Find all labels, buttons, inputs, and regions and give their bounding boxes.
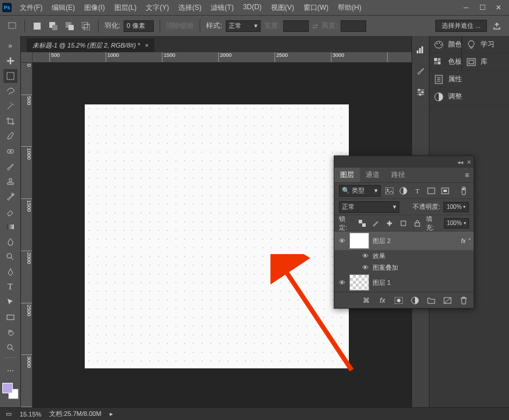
- layer-row[interactable]: 👁图层 2fx ˄: [334, 231, 474, 250]
- layer-fx-row[interactable]: 👁效果: [334, 250, 474, 262]
- new-selection-icon[interactable]: [31, 20, 44, 32]
- panel-tab[interactable]: 通道: [360, 168, 385, 182]
- move-tool[interactable]: [3, 54, 17, 68]
- doc-size[interactable]: 文档:25.7M/8.00M: [49, 410, 101, 418]
- panel-button-properties[interactable]: 属性: [429, 71, 509, 88]
- menu-item[interactable]: 帮助(H): [333, 3, 366, 13]
- new-group-icon[interactable]: [426, 295, 436, 306]
- menu-item[interactable]: 图层(L): [110, 3, 142, 13]
- menu-item[interactable]: 图像(I): [80, 3, 109, 13]
- delete-layer-icon[interactable]: [459, 295, 469, 306]
- dodge-tool[interactable]: [3, 250, 17, 264]
- filter-adjust-icon[interactable]: [398, 186, 409, 196]
- lasso-tool[interactable]: [3, 84, 17, 98]
- layer-row[interactable]: 👁图层 1: [334, 273, 474, 292]
- blur-tool[interactable]: [3, 235, 17, 249]
- menu-item[interactable]: 文字(Y): [141, 3, 174, 13]
- panel-titlebar[interactable]: ◂◂ ✕: [334, 156, 474, 168]
- layer-fx-icon[interactable]: fx: [377, 295, 388, 306]
- fx-indicator[interactable]: fx ˄: [461, 238, 470, 244]
- menu-item[interactable]: 编辑(E): [47, 3, 80, 13]
- panel-tab[interactable]: 路径: [385, 168, 411, 182]
- layer-thumbnail[interactable]: [349, 274, 369, 291]
- panel-button-adjustments[interactable]: 调整: [429, 88, 509, 106]
- brush-panel-icon[interactable]: [414, 64, 428, 78]
- zoom-tool[interactable]: [3, 341, 17, 354]
- filter-type-icon[interactable]: T: [412, 186, 423, 196]
- select-and-mask-button[interactable]: 选择并遮住 ...: [435, 20, 487, 32]
- lock-pixels-icon[interactable]: [357, 218, 367, 229]
- menu-item[interactable]: 选择(S): [174, 3, 206, 13]
- tool-preset-icon[interactable]: [6, 20, 19, 32]
- hand-tool[interactable]: [3, 325, 17, 339]
- kind-filter-select[interactable]: 🔍 类型▾: [339, 185, 381, 197]
- visibility-icon[interactable]: 👁: [361, 264, 369, 271]
- intersect-selection-icon[interactable]: [80, 20, 92, 32]
- filter-smart-icon[interactable]: [440, 186, 450, 196]
- menu-item[interactable]: 文件(F): [15, 3, 47, 13]
- link-layers-icon[interactable]: ⌘: [361, 295, 371, 306]
- lock-position-icon[interactable]: [384, 218, 395, 229]
- share-icon[interactable]: [490, 20, 503, 32]
- style-select[interactable]: 正常▾: [226, 20, 261, 32]
- tab-close-icon[interactable]: ×: [145, 42, 148, 49]
- blend-mode-select[interactable]: 正常▾: [339, 201, 399, 213]
- magic-wand-tool[interactable]: [3, 99, 17, 113]
- lock-artboard-icon[interactable]: [398, 218, 409, 229]
- panel-button-library[interactable]: 库: [462, 53, 509, 71]
- maximize-button[interactable]: ☐: [474, 2, 490, 13]
- color-swatches[interactable]: [2, 383, 19, 399]
- menu-item[interactable]: 3D(D): [239, 3, 266, 13]
- lock-brush-icon[interactable]: [371, 218, 381, 229]
- filter-toggle-icon[interactable]: [459, 186, 469, 196]
- visibility-icon[interactable]: 👁: [338, 279, 346, 286]
- visibility-icon[interactable]: 👁: [361, 252, 369, 259]
- eyedropper-tool[interactable]: [3, 129, 17, 143]
- feather-input[interactable]: [124, 20, 154, 32]
- lock-all-icon[interactable]: [412, 218, 423, 229]
- svg-rect-8: [7, 73, 14, 79]
- layer-mask-icon[interactable]: [394, 295, 404, 306]
- new-layer-icon[interactable]: [442, 295, 453, 306]
- pen-tool[interactable]: [3, 265, 17, 279]
- opacity-value[interactable]: 100%: [443, 202, 469, 212]
- new-adjustment-icon[interactable]: [410, 295, 420, 306]
- collapse-icon[interactable]: ◂◂: [457, 159, 463, 165]
- fill-value[interactable]: 100%: [444, 218, 470, 229]
- panel-button-bulb[interactable]: 学习: [462, 36, 509, 53]
- gradient-tool[interactable]: [3, 220, 17, 234]
- document-tab[interactable]: 未标题-1 @ 15.2% (图层 2, RGB/8#) * ×: [27, 38, 154, 52]
- collapse-icon[interactable]: »: [3, 39, 17, 53]
- stamp-tool[interactable]: [3, 175, 17, 189]
- filter-image-icon[interactable]: [384, 186, 395, 196]
- histogram-icon[interactable]: [414, 43, 428, 57]
- status-chevron-icon[interactable]: ▸: [110, 410, 113, 418]
- canvas[interactable]: [85, 104, 349, 368]
- menu-item[interactable]: 滤镜(T): [206, 3, 238, 13]
- layer-fx-row[interactable]: 👁图案叠加: [334, 262, 474, 273]
- path-select-tool[interactable]: [3, 295, 17, 309]
- history-brush-tool[interactable]: [3, 190, 17, 204]
- eraser-tool[interactable]: [3, 205, 17, 219]
- type-tool[interactable]: T: [3, 280, 17, 294]
- crop-tool[interactable]: [3, 114, 17, 128]
- rectangle-tool[interactable]: [3, 310, 17, 324]
- add-selection-icon[interactable]: [47, 20, 60, 32]
- marquee-tool[interactable]: [3, 69, 17, 83]
- menu-item[interactable]: 视图(V): [266, 3, 299, 13]
- panel-close-icon[interactable]: ✕: [467, 159, 471, 165]
- panel-menu-icon[interactable]: ≡: [460, 171, 474, 179]
- adjust-panel-icon[interactable]: [414, 85, 428, 99]
- visibility-icon[interactable]: 👁: [338, 237, 346, 244]
- menu-item[interactable]: 窗口(W): [299, 3, 333, 13]
- zoom-level[interactable]: 15.15%: [20, 411, 41, 418]
- close-button[interactable]: ✕: [490, 2, 507, 13]
- panel-tab[interactable]: 图层: [334, 168, 360, 182]
- edit-toolbar-icon[interactable]: ⋯: [3, 364, 17, 378]
- heal-tool[interactable]: [3, 144, 17, 158]
- filter-shape-icon[interactable]: [426, 186, 436, 196]
- minimize-button[interactable]: ─: [458, 2, 474, 13]
- subtract-selection-icon[interactable]: [63, 20, 76, 32]
- layer-thumbnail[interactable]: [349, 233, 369, 249]
- brush-tool[interactable]: [3, 160, 17, 173]
